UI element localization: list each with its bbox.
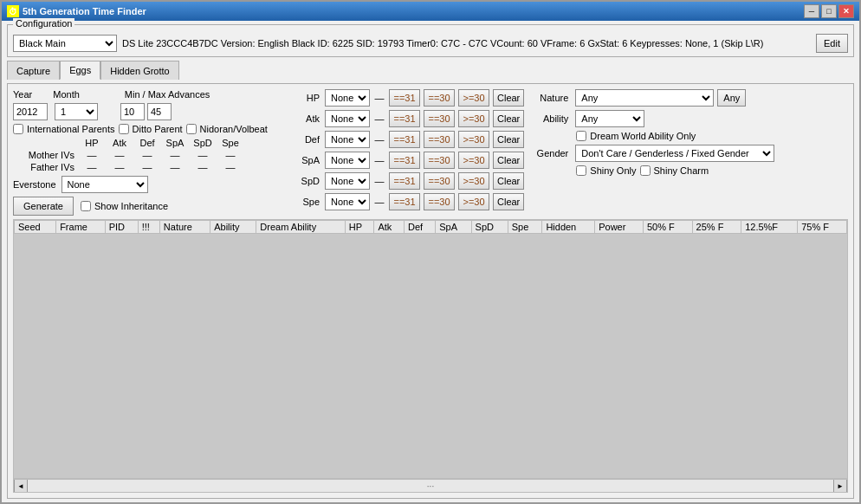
shiny-charm-checkbox[interactable]	[640, 165, 651, 176]
bottom-buttons-row: Generate Show Inheritance	[13, 197, 290, 216]
scroll-left-arrow[interactable]: ◄	[14, 479, 28, 493]
min-advances-input[interactable]: 10	[120, 103, 145, 120]
iv-header-spe: Spe	[217, 138, 244, 148]
ditto-parent-checkbox[interactable]	[119, 124, 129, 134]
scrollbar-track[interactable]: ···	[28, 480, 833, 492]
results-table-container[interactable]: Seed Frame PID !!! Nature Ability Dream …	[13, 219, 848, 479]
col-125f: 12.5%F	[741, 221, 798, 234]
close-button[interactable]: ✕	[838, 4, 854, 18]
show-inheritance-checkbox[interactable]	[81, 201, 91, 211]
show-inheritance-row: Show Inheritance	[81, 201, 168, 211]
tab-eggs[interactable]: Eggs	[60, 61, 100, 80]
intl-parents-checkbox[interactable]	[13, 124, 23, 134]
filter-hp-dash: —	[373, 93, 385, 103]
filter-spa-eq31[interactable]: ==31	[389, 152, 420, 169]
filter-def-clear[interactable]: Clear	[493, 131, 524, 148]
filter-hp-select[interactable]: None	[325, 89, 370, 107]
everstone-select[interactable]: None	[62, 176, 148, 193]
col-power: Power	[595, 221, 644, 234]
scroll-right-arrow[interactable]: ►	[833, 479, 847, 493]
col-spd: SpD	[471, 221, 508, 234]
edit-button[interactable]: Edit	[816, 34, 848, 53]
nature-any-button[interactable]: Any	[717, 89, 746, 107]
nature-select[interactable]: Any	[575, 89, 714, 107]
filter-hp-eq30[interactable]: ==30	[424, 89, 455, 107]
mother-iv-hp: —	[78, 150, 106, 160]
filter-atk-eq31[interactable]: ==31	[389, 110, 420, 127]
year-month-row: Year Month Min / Max Advances	[13, 89, 290, 100]
filter-hp-eq31[interactable]: ==31	[389, 89, 420, 107]
filter-spa-select[interactable]: None	[325, 152, 370, 169]
filter-atk-eq30[interactable]: ==30	[424, 110, 455, 127]
table-inner: Seed Frame PID !!! Nature Ability Dream …	[14, 220, 847, 376]
filter-def-label: Def	[297, 134, 321, 145]
filter-atk-clear[interactable]: Clear	[493, 110, 524, 127]
filter-spd-clear[interactable]: Clear	[493, 172, 524, 190]
filter-def-select[interactable]: None	[325, 131, 370, 148]
config-group-label: Configuration	[13, 18, 74, 29]
horizontal-scrollbar[interactable]: ◄ ··· ►	[13, 479, 848, 493]
col-atk: Atk	[374, 221, 405, 234]
mother-iv-atk: —	[106, 150, 133, 160]
iv-header-row: HP Atk Def SpA SpD Spe	[13, 138, 290, 148]
generate-button[interactable]: Generate	[13, 197, 74, 216]
filter-def-ge30[interactable]: >=30	[458, 131, 489, 148]
ditto-parent-label: Ditto Parent	[133, 124, 183, 134]
filter-atk-select[interactable]: None	[325, 110, 370, 127]
gender-row: Gender Don't Care / Genderless / Fixed G…	[533, 145, 774, 162]
filter-def-dash: —	[373, 134, 385, 145]
month-label: Month	[53, 89, 80, 100]
filter-hp-clear[interactable]: Clear	[493, 89, 524, 107]
dwa-checkbox[interactable]	[576, 131, 586, 141]
month-select[interactable]: 1234 5678 9101112	[55, 103, 98, 120]
max-advances-input[interactable]: 45	[147, 103, 172, 120]
right-panel: HP None — ==31 ==30 >=30 Clear Atk	[297, 89, 848, 216]
profile-select[interactable]: Black Main	[13, 35, 117, 52]
tab-capture[interactable]: Capture	[7, 61, 60, 80]
col-spe: Spe	[508, 221, 542, 234]
filter-spd-ge30[interactable]: >=30	[458, 172, 489, 190]
nidoran-checkbox[interactable]	[186, 124, 197, 134]
ability-select[interactable]: Any	[575, 110, 644, 127]
title-buttons: ─ □ ✕	[804, 4, 854, 18]
iv-header-def: Def	[133, 138, 161, 148]
filter-spe-select[interactable]: None	[325, 193, 370, 210]
ability-row: Ability Any	[533, 110, 774, 127]
filter-spa-clear[interactable]: Clear	[493, 152, 524, 169]
maximize-button[interactable]: □	[821, 4, 837, 18]
col-25f: 25% F	[692, 221, 741, 234]
filter-def-eq31[interactable]: ==31	[389, 131, 420, 148]
filter-spe-eq30[interactable]: ==30	[424, 193, 455, 210]
shiny-only-checkbox[interactable]	[576, 165, 586, 176]
filter-hp-ge30[interactable]: >=30	[458, 89, 489, 107]
table-section: Seed Frame PID !!! Nature Ability Dream …	[13, 219, 848, 493]
ability-label: Ability	[533, 113, 572, 124]
shiny-only-label: Shiny Only	[590, 165, 636, 176]
shiny-charm-label: Shiny Charm	[654, 165, 709, 176]
father-ivs-row: Father IVs — — — — — —	[13, 162, 290, 172]
gender-select[interactable]: Don't Care / Genderless / Fixed Gender F…	[575, 145, 774, 162]
filter-spd-select[interactable]: None	[325, 172, 370, 190]
filter-row-atk: Atk None — ==31 ==30 >=30 Clear	[297, 110, 524, 127]
year-input[interactable]: 2012	[13, 103, 48, 120]
filter-spd-eq31[interactable]: ==31	[389, 172, 420, 190]
col-hidden: Hidden	[542, 221, 595, 234]
filter-spa-ge30[interactable]: >=30	[458, 152, 489, 169]
filter-spe-clear[interactable]: Clear	[493, 193, 524, 210]
filter-def-eq30[interactable]: ==30	[424, 131, 455, 148]
main-panel: Year Month Min / Max Advances 2012 1234 …	[7, 83, 854, 499]
mother-ivs-row: Mother IVs — — — — — —	[13, 150, 290, 160]
filter-spd-eq30[interactable]: ==30	[424, 172, 455, 190]
father-iv-def: —	[133, 162, 161, 172]
full-right: HP None — ==31 ==30 >=30 Clear Atk	[297, 89, 848, 212]
filter-spa-eq30[interactable]: ==30	[424, 152, 455, 169]
filter-spe-label: Spe	[297, 197, 321, 207]
filter-spa-dash: —	[373, 155, 385, 165]
minimize-button[interactable]: ─	[804, 4, 819, 18]
title-bar-left: ⏱ 5th Generation Time Finder	[7, 5, 146, 17]
col-50f: 50% F	[643, 221, 692, 234]
filter-spe-ge30[interactable]: >=30	[458, 193, 489, 210]
filter-atk-ge30[interactable]: >=30	[458, 110, 489, 127]
tab-hidden-grotto[interactable]: Hidden Grotto	[100, 61, 178, 80]
filter-spe-eq31[interactable]: ==31	[389, 193, 420, 210]
